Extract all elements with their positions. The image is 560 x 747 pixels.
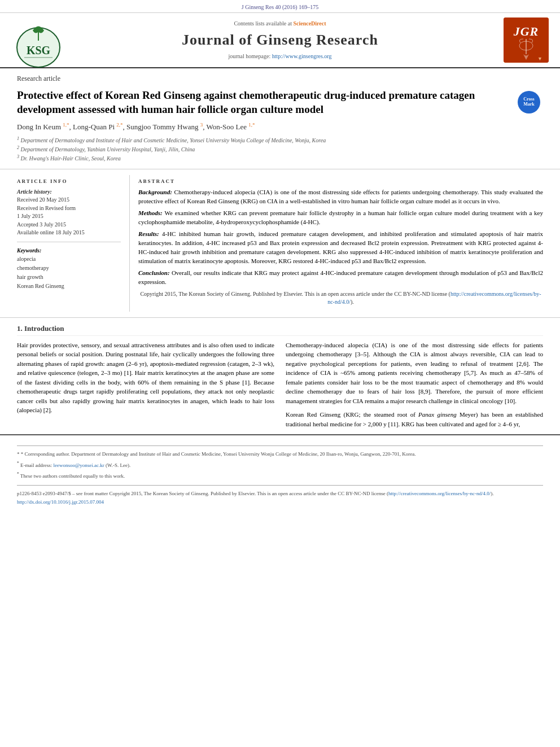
igr-logo-area: JGR ▼ — [498, 18, 554, 63]
journal-title: Journal of Ginseng Research — [62, 30, 498, 50]
journal-homepage: journal homepage: http://www.ginsengres.… — [62, 53, 498, 60]
keyword-chemotherapy: chemotherapy — [17, 264, 121, 273]
svg-text:▼: ▼ — [537, 56, 543, 62]
affiliation-3: 3 Dr. Hwang's Hair-Hair Clinic, Seoul, K… — [17, 154, 543, 163]
homepage-url-text: http://www.ginsengres.org — [272, 53, 332, 59]
footer-divider — [17, 445, 543, 446]
sciencedirect-line: Contents lists available at ScienceDirec… — [62, 20, 498, 28]
doi-text: http://dx.doi.org/10.1016/j.jgr.2015.07.… — [17, 499, 104, 505]
intro-right-col: Chemotherapy-induced alopecia (CIA) is o… — [286, 340, 543, 429]
homepage-label: journal homepage: — [228, 53, 270, 59]
received-date: Received 20 May 2015 — [17, 196, 121, 204]
igr-svg: JGR ▼ — [504, 18, 549, 63]
footer-email: * E-mail address: leewonsoo@yonsei.ac.kr… — [17, 460, 543, 470]
received-revised-label: Received in Revised form — [17, 204, 121, 213]
background-text: Chemotherapy-induced alopecia (CIA) is o… — [138, 189, 543, 204]
equal-contribution-text: These two authors contributed equally to… — [20, 473, 125, 479]
article-history-group: Article history: Received 20 May 2015 Re… — [17, 188, 121, 237]
email-link[interactable]: leewonsoo@yonsei.ac.kr — [53, 462, 104, 468]
background-label: Background: — [138, 189, 172, 195]
sciencedirect-label: Contents lists available at — [234, 20, 291, 27]
available-date: Available online 18 July 2015 — [17, 229, 121, 237]
ksg-logo: KSG — [13, 19, 55, 62]
affiliation-1: 1 Department of Dermatology and Institut… — [17, 136, 543, 145]
igr-logo: JGR ▼ — [504, 18, 549, 63]
footer-divider-2 — [17, 485, 543, 486]
svg-text:KSG: KSG — [26, 44, 50, 56]
article-info-abstract-section: ARTICLE INFO Article history: Received 2… — [0, 169, 560, 318]
history-label: Article history: — [17, 188, 121, 196]
footer-area: * * Corresponding author. Department of … — [0, 434, 560, 512]
email-text: leewonsoo@yonsei.ac.kr — [53, 462, 104, 468]
journal-ref-text: J Ginseng Res 40 (2016) 169–175 — [242, 4, 318, 10]
svg-rect-2 — [24, 57, 53, 58]
conclusion-label: Conclusion: — [138, 269, 170, 276]
abstract-methods: Methods: We examined whether KRG can pre… — [138, 209, 543, 227]
footer-pii: p1226-8453 e2093-4947/$ – see front matt… — [17, 490, 543, 498]
email-name: (W.-S. Lee). — [106, 462, 130, 468]
intro-right-para2: Korean Red Ginseng (KRG; the steamed roo… — [286, 410, 543, 429]
keyword-alopecia: alopecia — [17, 255, 121, 264]
homepage-url[interactable]: http://www.ginsengres.org — [272, 53, 332, 59]
abstract-label: ABSTRACT — [138, 178, 543, 185]
cc-license-link[interactable]: http://creativecommons.org/licenses/by-n… — [327, 291, 541, 305]
email-label: E-mail address: — [20, 462, 52, 468]
footer-corresponding: * * Corresponding author. Department of … — [17, 451, 543, 458]
header-center: Contents lists available at ScienceDirec… — [62, 20, 498, 60]
keywords-section: Keywords: alopecia chemotherapy hair gro… — [17, 247, 121, 291]
page-header: KSG Contents lists available at ScienceD… — [0, 13, 560, 68]
article-section: Research article Protective effect of Ko… — [0, 68, 560, 169]
info-divider — [17, 242, 121, 242]
introduction-section: 1. Introduction Hair provides protective… — [0, 318, 560, 435]
footer-equal-contribution: * These two authors contributed equally … — [17, 471, 543, 480]
article-main-title: Protective effect of Korean Red Ginseng … — [17, 88, 512, 117]
keyword-hair-growth: hair growth — [17, 273, 121, 282]
methods-text: We examined whether KRG can prevent prem… — [138, 209, 543, 225]
journal-reference: J Ginseng Res 40 (2016) 169–175 — [0, 0, 560, 13]
intro-right-para1: Chemotherapy-induced alopecia (CIA) is o… — [286, 340, 543, 406]
research-article-label: Research article — [17, 74, 543, 84]
results-label: Results: — [138, 230, 159, 237]
svg-text:JGR: JGR — [513, 24, 539, 38]
crossmark-icon: CrossMark — [518, 91, 540, 113]
accepted-date: Accepted 3 July 2015 — [17, 221, 121, 229]
intro-two-col: Hair provides protective, sensory, and s… — [17, 340, 543, 429]
ksg-svg-icon: KSG — [13, 19, 64, 70]
results-text: 4-HC inhibited human hair growth, induce… — [138, 230, 543, 264]
abstract-background: Background: Chemotherapy-induced alopeci… — [138, 188, 543, 206]
footer-cc-link[interactable]: http://creativecommons.org/licenses/by-n… — [388, 491, 491, 496]
abstract-copyright: Copyright 2015, The Korean Society of Gi… — [138, 290, 543, 306]
abstract-content: Background: Chemotherapy-induced alopeci… — [138, 188, 543, 305]
keywords-label: Keywords: — [17, 247, 121, 255]
intro-left-para1: Hair provides protective, sensory, and s… — [17, 340, 274, 415]
abstract-conclusion: Conclusion: Overall, our results indicat… — [138, 269, 543, 287]
abstract-column: ABSTRACT Background: Chemotherapy-induce… — [130, 175, 560, 312]
crossmark-badge: CrossMark — [518, 91, 543, 113]
sciencedirect-link[interactable]: ScienceDirect — [293, 20, 326, 27]
article-info-column: ARTICLE INFO Article history: Received 2… — [0, 175, 130, 312]
ksg-logo-area: KSG — [6, 19, 62, 62]
doi-link[interactable]: http://dx.doi.org/10.1016/j.jgr.2015.07.… — [17, 499, 104, 505]
affiliations: 1 Department of Dermatology and Institut… — [17, 136, 543, 163]
article-info-label: ARTICLE INFO — [17, 178, 121, 185]
conclusion-text: Overall, our results indicate that KRG m… — [138, 269, 543, 285]
article-title-row: Protective effect of Korean Red Ginseng … — [17, 88, 543, 117]
methods-label: Methods: — [138, 209, 163, 216]
revised-date: 1 July 2015 — [17, 212, 121, 221]
keyword-krg: Korean Red Ginseng — [17, 282, 121, 291]
abstract-results: Results: 4-HC inhibited human hair growt… — [138, 230, 543, 266]
intro-heading: 1. Introduction — [17, 324, 543, 336]
footer-doi: http://dx.doi.org/10.1016/j.jgr.2015.07.… — [17, 499, 543, 506]
sciencedirect-link-text: ScienceDirect — [293, 20, 326, 27]
affiliation-2: 2 Department of Dermatology, Yanbian Uni… — [17, 145, 543, 154]
intro-left-col: Hair provides protective, sensory, and s… — [17, 340, 274, 429]
authors-line: Dong In Keum 1,*, Long-Quan Pi 2,*, Sung… — [17, 121, 543, 133]
corresponding-note-text: * Corresponding author. Department of De… — [21, 451, 416, 457]
